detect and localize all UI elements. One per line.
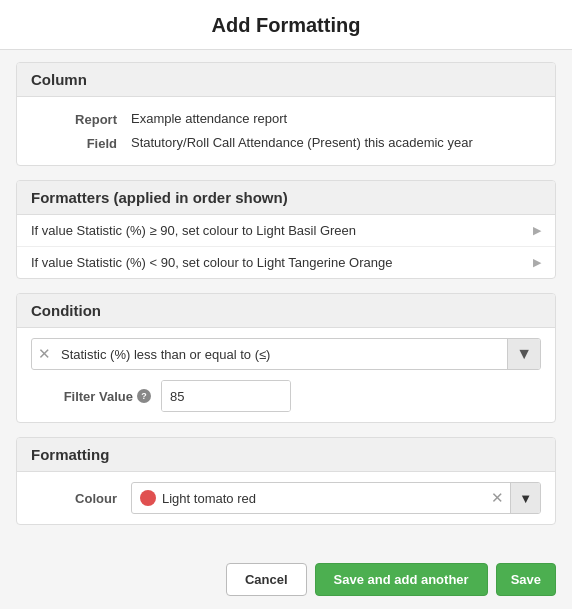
- colour-clear-icon[interactable]: ✕: [485, 489, 510, 507]
- colour-row: Colour Light tomato red ✕ ▼: [17, 472, 555, 524]
- condition-select-text: Statistic (%) less than or equal to (≤): [57, 341, 507, 368]
- report-value: Example attendance report: [131, 111, 541, 126]
- cancel-button[interactable]: Cancel: [226, 563, 307, 596]
- report-row: Report Example attendance report: [17, 107, 555, 131]
- formatter-item-0[interactable]: If value Statistic (%) ≥ 90, set colour …: [17, 215, 555, 247]
- formatter-text-1: If value Statistic (%) < 90, set colour …: [31, 255, 392, 270]
- filter-row: Filter Value ? ▲ ▼: [31, 380, 541, 412]
- save-and-add-button[interactable]: Save and add another: [315, 563, 488, 596]
- report-label: Report: [31, 111, 131, 127]
- column-body: Report Example attendance report Field S…: [17, 97, 555, 165]
- column-card: Column Report Example attendance report …: [16, 62, 556, 166]
- condition-dropdown-icon: ▼: [516, 346, 532, 362]
- condition-select-wrapper[interactable]: ✕ Statistic (%) less than or equal to (≤…: [31, 338, 541, 370]
- formatters-header: Formatters (applied in order shown): [17, 181, 555, 215]
- field-row: Field Statutory/Roll Call Attendance (Pr…: [17, 131, 555, 155]
- formatter-text-0: If value Statistic (%) ≥ 90, set colour …: [31, 223, 356, 238]
- colour-select-wrapper[interactable]: Light tomato red ✕ ▼: [131, 482, 541, 514]
- condition-clear-icon[interactable]: ✕: [32, 345, 57, 363]
- field-label: Field: [31, 135, 131, 151]
- footer: Cancel Save and add another Save: [0, 555, 572, 609]
- formatter-arrow-0: ▶: [533, 224, 541, 237]
- field-value: Statutory/Roll Call Attendance (Present)…: [131, 135, 541, 150]
- filter-label: Filter Value: [64, 389, 133, 404]
- colour-label: Colour: [31, 491, 131, 506]
- colour-text: Light tomato red: [156, 485, 485, 512]
- formatting-card: Formatting Colour Light tomato red ✕ ▼: [16, 437, 556, 525]
- condition-header: Condition: [17, 294, 555, 328]
- filter-value-input[interactable]: [162, 381, 291, 411]
- page-title: Add Formatting: [0, 0, 572, 50]
- colour-dot: [140, 490, 156, 506]
- filter-input-wrap: ▲ ▼: [161, 380, 291, 412]
- colour-dropdown-icon: ▼: [519, 491, 532, 506]
- condition-body: ✕ Statistic (%) less than or equal to (≤…: [17, 328, 555, 422]
- colour-dropdown-button[interactable]: ▼: [510, 483, 540, 513]
- column-header: Column: [17, 63, 555, 97]
- formatters-card: Formatters (applied in order shown) If v…: [16, 180, 556, 279]
- filter-label-wrap: Filter Value ?: [31, 389, 161, 404]
- condition-dropdown-button[interactable]: ▼: [507, 339, 540, 369]
- condition-card: Condition ✕ Statistic (%) less than or e…: [16, 293, 556, 423]
- save-button[interactable]: Save: [496, 563, 556, 596]
- formatter-arrow-1: ▶: [533, 256, 541, 269]
- formatters-list: If value Statistic (%) ≥ 90, set colour …: [17, 215, 555, 278]
- formatting-header: Formatting: [17, 438, 555, 472]
- formatter-item-1[interactable]: If value Statistic (%) < 90, set colour …: [17, 247, 555, 278]
- filter-help-icon[interactable]: ?: [137, 389, 151, 403]
